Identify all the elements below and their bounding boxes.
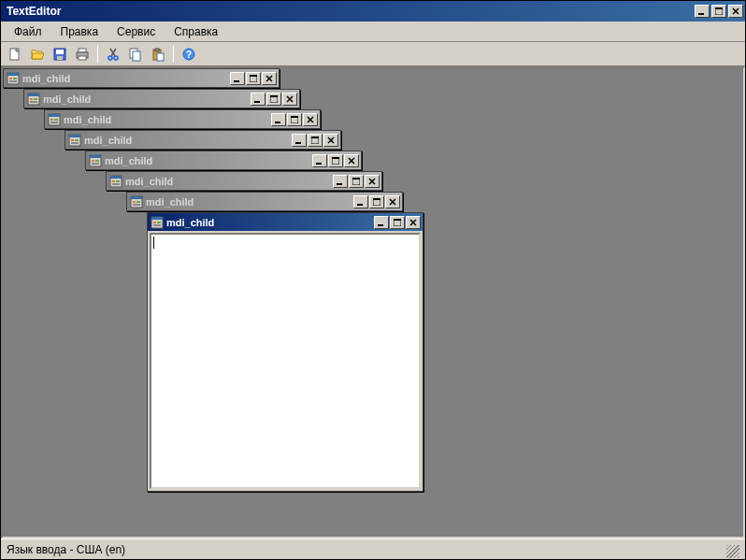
svg-rect-20 <box>157 53 164 61</box>
child-title: mdi_child <box>43 93 250 105</box>
svg-rect-90 <box>373 198 380 200</box>
close-icon <box>265 75 273 82</box>
maximize-button[interactable] <box>711 5 726 18</box>
child-window[interactable]: mdi_child <box>147 212 423 492</box>
svg-rect-8 <box>57 56 63 60</box>
save-icon <box>52 47 67 62</box>
child-title-bar[interactable]: mdi_child <box>148 213 423 231</box>
svg-rect-96 <box>157 222 161 223</box>
close-button[interactable] <box>728 5 743 18</box>
child-window[interactable]: mdi_child <box>85 151 362 170</box>
svg-rect-24 <box>7 73 19 76</box>
child-maximize-button[interactable] <box>369 195 384 208</box>
save-button[interactable] <box>50 44 70 65</box>
svg-point-14 <box>108 56 112 60</box>
help-button[interactable]: ? <box>179 44 199 65</box>
mdi-client-area[interactable]: mdi_childmdi_childmdi_childmdi_childmdi_… <box>1 66 745 538</box>
new-file-icon <box>7 47 22 62</box>
paste-button[interactable] <box>148 44 168 65</box>
svg-rect-25 <box>9 78 12 79</box>
svg-rect-95 <box>153 222 156 223</box>
child-window[interactable]: mdi_child <box>106 171 382 191</box>
child-title-bar[interactable]: mdi_child <box>45 110 320 128</box>
svg-rect-0 <box>698 13 704 15</box>
child-maximize-button[interactable] <box>287 113 302 126</box>
child-window[interactable]: mdi_child <box>23 89 300 108</box>
form-icon <box>109 175 122 188</box>
svg-rect-7 <box>56 50 64 54</box>
svg-rect-55 <box>71 139 74 141</box>
child-minimize-button[interactable] <box>292 134 307 147</box>
resize-grip[interactable] <box>726 545 739 558</box>
svg-rect-38 <box>254 101 260 103</box>
cut-button[interactable] <box>103 44 123 65</box>
child-maximize-button[interactable] <box>266 93 281 106</box>
child-title-bar[interactable]: mdi_child <box>86 151 361 169</box>
menu-help[interactable]: Справка <box>165 22 227 41</box>
child-title-bar[interactable]: mdi_child <box>107 172 381 190</box>
close-icon <box>389 198 396 206</box>
open-button[interactable] <box>27 44 48 65</box>
help-icon: ? <box>181 47 196 62</box>
child-minimize-button[interactable] <box>333 175 348 188</box>
svg-rect-85 <box>133 201 136 203</box>
child-minimize-button[interactable] <box>312 154 327 167</box>
copy-button[interactable] <box>125 44 146 65</box>
open-folder-icon <box>30 47 45 62</box>
child-window-controls <box>373 216 421 229</box>
child-minimize-button[interactable] <box>230 72 245 85</box>
child-maximize-button[interactable] <box>308 134 323 147</box>
menu-file[interactable]: Файл <box>5 22 51 41</box>
svg-point-15 <box>114 56 118 60</box>
copy-icon <box>128 47 143 62</box>
child-close-button[interactable] <box>262 72 277 85</box>
maximize-icon <box>715 7 723 15</box>
child-close-button[interactable] <box>344 154 359 167</box>
child-maximize-button[interactable] <box>349 175 364 188</box>
svg-rect-78 <box>337 183 342 185</box>
child-minimize-button[interactable] <box>271 113 286 126</box>
minimize-icon <box>316 157 323 165</box>
new-button[interactable] <box>5 44 25 65</box>
maximize-icon <box>270 95 278 103</box>
child-close-button[interactable] <box>406 216 421 229</box>
child-maximize-button[interactable] <box>390 216 405 229</box>
svg-rect-94 <box>151 217 163 220</box>
maximize-icon <box>250 75 257 82</box>
child-title: mdi_child <box>146 196 352 208</box>
child-maximize-button[interactable] <box>246 72 261 85</box>
child-text-area[interactable] <box>150 233 421 489</box>
child-minimize-button[interactable] <box>353 195 368 208</box>
child-minimize-button[interactable] <box>374 216 389 229</box>
child-close-button[interactable] <box>323 134 338 147</box>
child-close-button[interactable] <box>303 113 318 126</box>
svg-rect-50 <box>291 116 298 118</box>
child-title-bar[interactable]: mdi_child <box>4 69 279 87</box>
child-title-bar[interactable]: mdi_child <box>24 90 299 108</box>
child-title-bar[interactable]: mdi_child <box>127 193 402 210</box>
child-maximize-button[interactable] <box>328 154 343 167</box>
child-minimize-button[interactable] <box>251 93 265 106</box>
minimize-icon <box>234 75 241 82</box>
close-icon <box>368 178 376 185</box>
child-close-button[interactable] <box>282 93 297 106</box>
menu-service[interactable]: Сервис <box>108 22 165 41</box>
svg-rect-87 <box>133 204 140 206</box>
child-close-button[interactable] <box>365 175 380 188</box>
print-button[interactable] <box>72 44 93 65</box>
child-window[interactable]: mdi_child <box>3 68 280 88</box>
close-icon <box>732 7 739 15</box>
child-window[interactable]: mdi_child <box>65 130 341 150</box>
minimize-icon <box>295 136 303 144</box>
child-window[interactable]: mdi_child <box>126 192 403 211</box>
minimize-button[interactable] <box>695 5 710 18</box>
svg-rect-35 <box>30 98 33 100</box>
child-close-button[interactable] <box>385 195 400 208</box>
menu-edit[interactable]: Правка <box>51 22 108 41</box>
main-window: TextEditor Файл Правка Сервис Справка <box>0 0 746 560</box>
child-window[interactable]: mdi_child <box>44 109 321 129</box>
child-title-bar[interactable]: mdi_child <box>65 131 340 149</box>
svg-rect-68 <box>316 163 322 165</box>
close-icon <box>409 219 417 226</box>
status-text: Язык ввода - США (en) <box>7 543 125 556</box>
